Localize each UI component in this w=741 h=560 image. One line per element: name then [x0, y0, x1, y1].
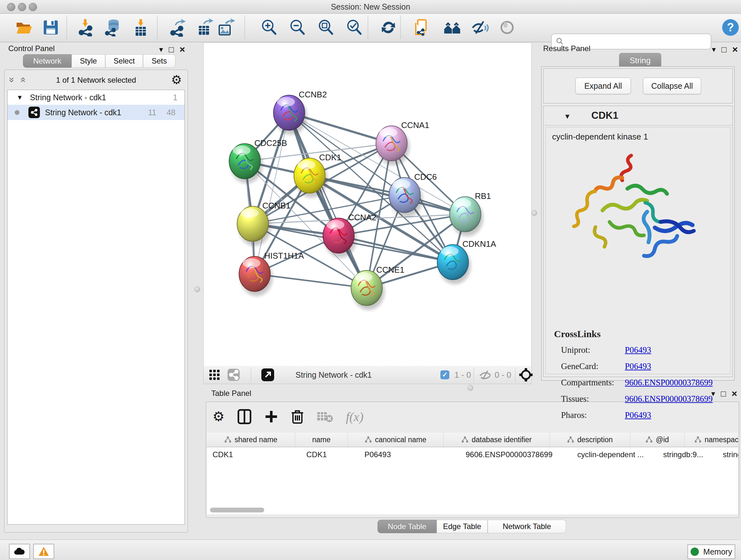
open-file-icon[interactable]	[14, 17, 34, 37]
panel-menu-icon[interactable]: ▾	[159, 46, 163, 53]
memory-status-dot-icon	[690, 548, 699, 556]
tab-select[interactable]: Select	[105, 54, 143, 68]
function-builder-icon[interactable]: f(x)	[346, 409, 364, 424]
node-label-ccna1: CCNA1	[401, 120, 429, 130]
delete-column-icon[interactable]	[291, 409, 304, 424]
network-type-icon	[28, 107, 40, 118]
delete-table-icon[interactable]	[317, 410, 333, 423]
node-label-ccnb2: CCNB2	[299, 90, 327, 99]
control-panel-title: Control Panel	[8, 44, 55, 53]
add-column-icon[interactable]	[264, 410, 278, 424]
help-icon[interactable]: ?	[721, 17, 740, 37]
detach-view-icon[interactable]	[261, 368, 274, 381]
gene-expander-icon[interactable]: ▼	[564, 112, 571, 121]
table-options-gear-icon[interactable]: ⚙	[212, 410, 225, 423]
column-header[interactable]: shared name	[207, 433, 295, 447]
node-label-ccne1: CCNE1	[376, 265, 404, 274]
crosslink-label: GeneCard:	[554, 361, 625, 371]
hide-selected-icon[interactable]	[470, 17, 490, 37]
crosslinks-title: CrossLinks	[554, 328, 713, 339]
export-image-icon[interactable]	[216, 17, 236, 37]
collection-expander-icon[interactable]: ▼	[17, 94, 23, 101]
network-node-ccna1[interactable]: CCNA1	[376, 120, 429, 165]
network-options-gear-icon[interactable]: ⚙	[171, 74, 182, 86]
toolbar-separator	[367, 16, 368, 39]
hidden-counts: 0 - 0	[495, 368, 511, 381]
memory-button[interactable]: Memory	[687, 544, 735, 559]
toolbar-separator	[245, 16, 245, 39]
collapse-all-button[interactable]: Collapse All	[643, 78, 701, 94]
refresh-layout-icon[interactable]	[379, 17, 398, 37]
left-splitter-handle[interactable]	[194, 287, 200, 292]
crosslink-genecard-link[interactable]: P06493	[625, 361, 651, 371]
column-header[interactable]: database identifier	[444, 433, 550, 447]
network-node-ccnb2[interactable]: CCNB2	[273, 90, 327, 135]
panel-float-icon[interactable]: □	[169, 45, 174, 54]
export-network-icon[interactable]	[169, 17, 188, 37]
zoom-in-icon[interactable]	[259, 17, 279, 37]
network-node-rb1[interactable]: RB1	[450, 191, 491, 236]
panel-menu-icon[interactable]: ▾	[712, 46, 716, 53]
gene-section-header[interactable]: ▼ CDK1	[543, 106, 732, 125]
show-all-icon[interactable]	[497, 17, 517, 37]
network-row-selected[interactable]: String Network - cdk1 11 48	[8, 105, 185, 120]
crosslink-pharos-link[interactable]: P06493	[625, 410, 651, 420]
tab-edge-table[interactable]: Edge Table	[436, 520, 488, 533]
expand-all-button[interactable]: Expand All	[576, 78, 631, 94]
tab-style[interactable]: Style	[71, 54, 105, 68]
node-label-cdc25b: CDC25B	[254, 138, 287, 148]
crosslink-label: Pharos:	[554, 410, 625, 420]
toolbar-separator	[474, 367, 474, 382]
network-node-cdc25b[interactable]: CDC25B	[229, 138, 287, 183]
results-panel-window-buttons: ▾ □ ×	[712, 45, 738, 54]
clone-network-icon[interactable]	[412, 17, 432, 37]
export-table-icon[interactable]	[196, 17, 215, 37]
import-network-file-icon[interactable]	[76, 17, 96, 37]
right-splitter-handle[interactable]	[531, 210, 537, 216]
crosslink-compartments-link[interactable]: 9606.ENSP00000378699	[625, 378, 713, 387]
zoom-selected-icon[interactable]	[344, 17, 364, 37]
selected-checkbox-icon[interactable]: ✓	[441, 368, 449, 381]
network-current-dot-icon	[15, 110, 19, 115]
tab-network[interactable]: Network	[23, 54, 71, 68]
panel-close-icon[interactable]: ×	[179, 45, 185, 54]
import-table-file-icon[interactable]	[131, 17, 151, 37]
network-view-title: String Network - cdk1	[295, 368, 372, 381]
network-view-canvas[interactable]: CCNB2CCNA1CDC25BCDK1CDC6RB1CCNB1CCNA2CDK…	[203, 43, 532, 367]
warning-status-button[interactable]	[33, 544, 54, 559]
column-header[interactable]: name	[295, 433, 348, 447]
network-view-mode-icon[interactable]	[227, 368, 240, 381]
network-node-cdc6[interactable]: CDC6	[389, 172, 437, 217]
panel-close-icon[interactable]: ×	[732, 45, 738, 54]
save-session-icon[interactable]	[41, 17, 61, 37]
crosslink-label: Compartments:	[554, 378, 625, 388]
column-header[interactable]: canonical name	[348, 433, 444, 447]
cloud-icon	[14, 548, 25, 555]
gene-section: ▼ CDK1 cyclin-dependent kinase 1	[543, 106, 733, 377]
main-toolbar: ?	[0, 14, 741, 42]
zoom-out-icon[interactable]	[287, 17, 307, 37]
selected-counts: 1 - 0	[455, 368, 471, 381]
crosslink-tissues-link[interactable]: 9606.ENSP00000378699	[625, 394, 713, 403]
tab-node-table[interactable]: Node Table	[378, 520, 436, 533]
cloud-status-button[interactable]	[9, 544, 30, 559]
show-columns-icon[interactable]	[238, 409, 252, 424]
first-neighbors-icon[interactable]	[442, 17, 462, 37]
network-node-cdkn1a[interactable]: CDKN1A	[437, 239, 496, 284]
crosslink-row: Pharos: P06493	[554, 410, 713, 420]
gene-symbol: CDK1	[591, 110, 618, 121]
warning-icon	[38, 547, 49, 556]
tab-sets[interactable]: Sets	[143, 54, 176, 68]
tab-string[interactable]: String	[619, 53, 661, 68]
node-label-cdk1: CDK1	[319, 152, 341, 162]
crosslink-uniprot-link[interactable]: P06493	[625, 345, 651, 355]
horizontal-scrollbar[interactable]	[210, 508, 264, 512]
network-graph[interactable]: CCNB2CCNA1CDC25BCDK1CDC6RB1CCNB1CCNA2CDK…	[204, 43, 531, 366]
network-node-hist1h1a[interactable]: HIST1H1A	[239, 251, 304, 296]
panel-float-icon[interactable]: □	[722, 45, 727, 54]
grid-view-icon[interactable]	[209, 368, 220, 381]
network-collection-row[interactable]: ▼ String Network - cdk1 1	[8, 90, 185, 105]
birds-eye-crosshair-icon[interactable]	[519, 368, 533, 381]
import-network-database-icon[interactable]	[103, 17, 123, 37]
zoom-fit-icon[interactable]	[316, 17, 336, 37]
